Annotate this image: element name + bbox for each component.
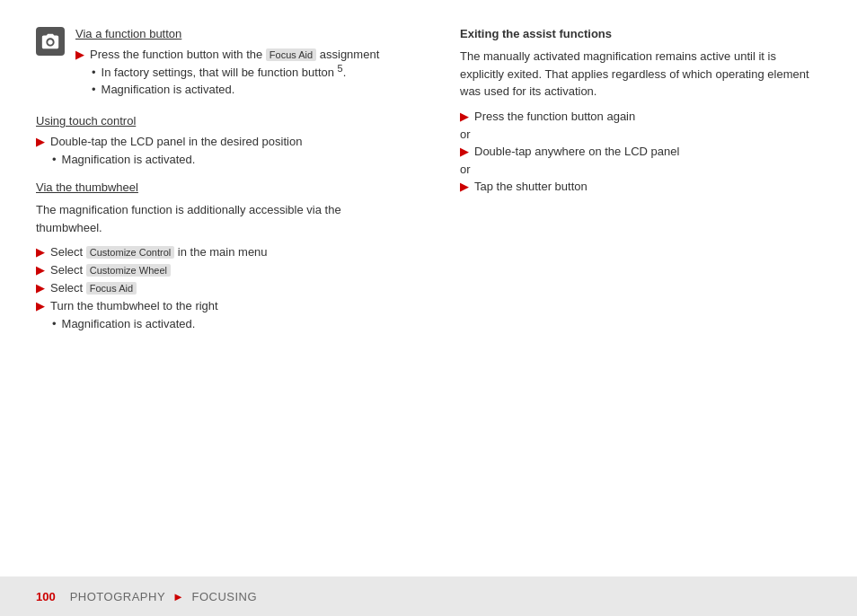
right-text-2: Double-tap anywhere on the LCD panel xyxy=(474,145,679,158)
via-function-item-1: ▶ Press the function button with the Foc… xyxy=(75,48,397,61)
footer-arrow: ► xyxy=(172,590,184,603)
thumbwheel-text-1: Select Customize Control in the main men… xyxy=(50,245,268,259)
footer: 100 PHOTOGRAPHY ► FOCUSING xyxy=(0,576,857,616)
camera-icon xyxy=(36,27,65,56)
arrow-bullet-r3: ▶ xyxy=(460,180,469,193)
via-function-text-1: Press the function button with the Focus… xyxy=(90,48,379,61)
left-column: Via a function button ▶ Press the functi… xyxy=(36,27,415,523)
arrow-bullet-1: ▶ xyxy=(75,48,84,61)
right-text-3: Tap the shutter button xyxy=(474,180,588,193)
thumbwheel-item-3: ▶ Select Focus Aid xyxy=(36,281,397,295)
right-item-3: ▶ Tap the shutter button xyxy=(460,180,821,193)
using-touch-sub-text-1: Magnification is activated. xyxy=(62,153,196,166)
dot-1: • xyxy=(92,66,96,79)
using-touch-section: Using touch control ▶ Double-tap the LCD… xyxy=(36,114,397,166)
via-function-sub-2: • Magnification is activated. xyxy=(75,83,397,96)
thumbwheel-item-2: ▶ Select Customize Wheel xyxy=(36,263,397,277)
focus-aid-badge-2: Focus Aid xyxy=(86,282,137,295)
camera-icon-area: Via a function button ▶ Press the functi… xyxy=(36,27,397,100)
via-function-sub-text-1: In factory settings, that will be functi… xyxy=(102,66,347,79)
via-thumbwheel-section: Via the thumbwheel The magnification fun… xyxy=(36,180,397,330)
right-intro: The manually activated magnification rem… xyxy=(460,48,821,101)
using-touch-sub-1: • Magnification is activated. xyxy=(36,153,397,166)
thumbwheel-sub-1: • Magnification is activated. xyxy=(36,317,397,330)
via-thumbwheel-heading: Via the thumbwheel xyxy=(36,180,397,194)
thumbwheel-text-3: Select Focus Aid xyxy=(50,281,137,295)
dot-3: • xyxy=(52,153,57,166)
arrow-bullet-6: ▶ xyxy=(36,299,45,312)
using-touch-item-1: ▶ Double-tap the LCD panel in the desire… xyxy=(36,135,397,148)
customize-control-badge: Customize Control xyxy=(86,246,174,259)
via-thumbwheel-intro: The magnification function is additional… xyxy=(36,201,397,236)
right-text-1: Press the function button again xyxy=(474,110,635,123)
arrow-bullet-3: ▶ xyxy=(36,245,45,259)
arrow-bullet-2: ▶ xyxy=(36,135,45,148)
or-text-2: or xyxy=(460,163,821,176)
dot-2: • xyxy=(92,83,96,96)
footer-crumb1: PHOTOGRAPHY xyxy=(70,590,165,603)
focus-aid-badge-1: Focus Aid xyxy=(266,48,316,61)
main-content: Via a function button ▶ Press the functi… xyxy=(0,0,857,576)
footer-breadcrumb: PHOTOGRAPHY ► FOCUSING xyxy=(70,590,257,603)
customize-wheel-badge: Customize Wheel xyxy=(86,264,171,277)
right-column: Exiting the assist functions The manuall… xyxy=(451,27,821,523)
thumbwheel-item-4: ▶ Turn the thumbwheel to the right xyxy=(36,299,397,312)
or-text-1: or xyxy=(460,128,821,141)
via-function-heading: Via a function button xyxy=(75,27,397,40)
right-item-2: ▶ Double-tap anywhere on the LCD panel xyxy=(460,145,821,158)
arrow-bullet-4: ▶ xyxy=(36,263,45,277)
footer-crumb2: FOCUSING xyxy=(191,590,257,603)
thumbwheel-sub-text-1: Magnification is activated. xyxy=(62,317,196,330)
using-touch-heading: Using touch control xyxy=(36,114,397,128)
thumbwheel-text-4: Turn the thumbwheel to the right xyxy=(50,299,218,312)
using-touch-text-1: Double-tap the LCD panel in the desired … xyxy=(50,135,302,148)
via-function-sub-text-2: Magnification is activated. xyxy=(102,83,235,96)
thumbwheel-text-2: Select Customize Wheel xyxy=(50,263,171,277)
dot-4: • xyxy=(52,317,57,330)
arrow-bullet-r2: ▶ xyxy=(460,145,469,158)
via-function-section: Via a function button ▶ Press the functi… xyxy=(36,27,397,100)
right-heading: Exiting the assist functions xyxy=(460,27,821,40)
thumbwheel-item-1: ▶ Select Customize Control in the main m… xyxy=(36,245,397,259)
right-item-1: ▶ Press the function button again xyxy=(460,110,821,123)
via-function-sub-1: • In factory settings, that will be func… xyxy=(75,66,397,79)
arrow-bullet-r1: ▶ xyxy=(460,110,469,123)
arrow-bullet-5: ▶ xyxy=(36,281,45,295)
footer-page-number: 100 xyxy=(36,590,56,603)
